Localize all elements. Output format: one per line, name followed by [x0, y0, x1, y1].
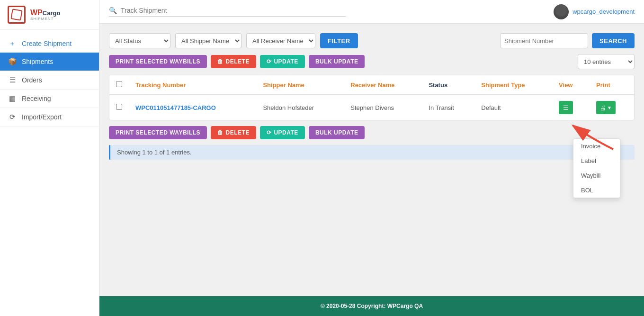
row-shipper: Sheldon Hofsteder	[256, 95, 344, 120]
row-tracking: WPC011051477185-CARGO	[129, 95, 256, 120]
sidebar-item-orders[interactable]: ☰ Orders	[0, 71, 99, 90]
topbar: 🔍 wpcargo_development	[99, 0, 644, 24]
row-receiver: Stephen Divens	[344, 95, 422, 120]
import-export-icon: ⟳	[8, 113, 17, 121]
print-button[interactable]: 🖨 ▼	[596, 101, 616, 114]
footer: © 2020-05-28 Copyright: WPCargo QA	[99, 296, 644, 316]
sidebar: WPCargo SHIPMENT + Create Shipment 📦 Shi…	[0, 0, 99, 316]
status-filter[interactable]: All Status	[109, 33, 170, 48]
username: wpcargo_development	[572, 8, 635, 15]
sidebar-item-label-import-export: Import/Export	[22, 113, 62, 121]
bottom-refresh-icon: ⟳	[267, 129, 272, 136]
topbar-right: wpcargo_development	[554, 4, 635, 19]
entries-wrapper: 10 entries 25 entries 50 entries	[578, 54, 635, 69]
content-area: All Status All Shipper Name All Receiver…	[99, 24, 644, 296]
footer-brand: WPCargo QA	[387, 303, 423, 309]
filter-right: SEARCH	[500, 33, 635, 48]
view-icon: ☰	[563, 104, 569, 111]
logo: WPCargo SHIPMENT	[0, 0, 99, 30]
select-all-checkbox[interactable]	[116, 81, 122, 87]
shipments-table-container: Tracking Number Shipper Name Receiver Na…	[109, 75, 635, 120]
avatar	[554, 4, 569, 19]
trash-icon: 🗑	[217, 58, 224, 65]
sidebar-item-receiving[interactable]: ▦ Receiving	[0, 90, 99, 108]
bottom-action-bar: PRINT SELECTED WAYBILLS 🗑 DELETE ⟳ UPDAT…	[109, 126, 635, 139]
col-type: Shipment Type	[474, 75, 552, 95]
print-waybills-button[interactable]: PRINT SELECTED WAYBILLS	[109, 55, 207, 68]
table-row: WPC011051477185-CARGO Sheldon Hofsteder …	[109, 95, 634, 120]
row-type: Default	[474, 95, 552, 120]
col-view: View	[552, 75, 590, 95]
receiver-filter[interactable]: All Receiver Name	[246, 33, 315, 48]
dropdown-item-bol[interactable]: BOL	[573, 183, 620, 198]
print-action-cell: 🖨 ▼	[596, 101, 627, 114]
row-print: 🖨 ▼	[590, 95, 634, 120]
plus-icon: +	[8, 39, 17, 47]
footer-text: © 2020-05-28 Copyright:	[321, 303, 387, 309]
bulk-update-button[interactable]: BULK UPDATE	[309, 55, 365, 68]
row-checkbox-cell	[109, 95, 129, 120]
bottom-print-waybills-button[interactable]: PRINT SELECTED WAYBILLS	[109, 126, 207, 139]
printer-icon: 🖨	[600, 104, 606, 111]
select-all-header	[109, 75, 129, 95]
col-status: Status	[422, 75, 474, 95]
logo-icon	[8, 6, 26, 24]
orders-icon: ☰	[8, 76, 17, 84]
showing-entries: Showing 1 to 1 of 1 entries.	[109, 145, 635, 160]
shipment-number-input[interactable]	[500, 33, 588, 48]
sidebar-item-shipments[interactable]: 📦 Shipments	[0, 53, 99, 71]
col-tracking: Tracking Number	[129, 75, 256, 95]
sidebar-nav: + Create Shipment 📦 Shipments ☰ Orders ▦…	[0, 30, 99, 316]
shipments-table: Tracking Number Shipper Name Receiver Na…	[109, 75, 634, 120]
print-dropdown-menu: Invoice Label Waybill BOL	[573, 138, 620, 198]
main-content: 🔍 wpcargo_development All Status All Shi…	[99, 0, 644, 316]
row-checkbox[interactable]	[116, 104, 122, 110]
sidebar-item-label-receiving: Receiving	[22, 95, 51, 102]
dropdown-item-waybill[interactable]: Waybill	[573, 168, 620, 183]
bottom-delete-button[interactable]: 🗑 DELETE	[211, 126, 256, 139]
update-button[interactable]: ⟳ UPDATE	[260, 55, 305, 68]
view-button[interactable]: ☰	[559, 101, 573, 114]
col-print: Print	[590, 75, 634, 95]
col-shipper: Shipper Name	[256, 75, 344, 95]
row-status: In Transit	[422, 95, 474, 120]
entries-select[interactable]: 10 entries 25 entries 50 entries	[578, 54, 635, 69]
search-button[interactable]: SEARCH	[592, 33, 635, 48]
logo-sub: SHIPMENT	[30, 17, 60, 21]
delete-button[interactable]: 🗑 DELETE	[211, 55, 256, 68]
search-icon: 🔍	[109, 7, 117, 14]
logo-text: WPCargo SHIPMENT	[30, 9, 60, 21]
sidebar-item-import-export[interactable]: ⟳ Import/Export	[0, 108, 99, 126]
col-receiver: Receiver Name	[344, 75, 422, 95]
shipments-icon: 📦	[8, 57, 17, 66]
caret-down-icon: ▼	[607, 105, 612, 110]
sidebar-item-label-create: Create Shipment	[22, 40, 72, 47]
sidebar-item-label-orders: Orders	[22, 76, 42, 84]
sidebar-item-create-shipment[interactable]: + Create Shipment	[0, 35, 99, 53]
sidebar-item-label-shipments: Shipments	[22, 58, 53, 65]
tracking-link[interactable]: WPC011051477185-CARGO	[135, 104, 216, 111]
refresh-icon: ⟳	[267, 58, 272, 65]
search-wrapper: 🔍	[109, 7, 346, 17]
filter-bar: All Status All Shipper Name All Receiver…	[109, 33, 635, 48]
logo-brand: WPCargo	[30, 9, 60, 17]
bottom-update-button[interactable]: ⟳ UPDATE	[260, 126, 305, 139]
search-input[interactable]	[121, 7, 346, 14]
dropdown-item-label[interactable]: Label	[573, 153, 620, 168]
bottom-trash-icon: 🗑	[217, 129, 224, 136]
action-bar: PRINT SELECTED WAYBILLS 🗑 DELETE ⟳ UPDAT…	[109, 54, 635, 69]
filter-button[interactable]: FILTER	[320, 33, 358, 48]
dropdown-item-invoice[interactable]: Invoice	[573, 139, 620, 153]
receiving-icon: ▦	[8, 94, 17, 103]
bottom-bulk-update-button[interactable]: BULK UPDATE	[309, 126, 365, 139]
row-view: ☰	[552, 95, 590, 120]
shipper-filter[interactable]: All Shipper Name	[175, 33, 242, 48]
